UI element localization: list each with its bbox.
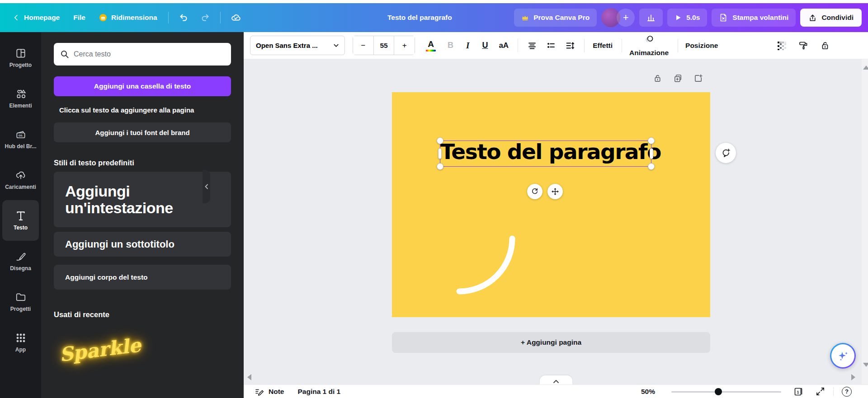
sidebar-item-app[interactable]: App	[0, 322, 41, 363]
scroll-up-arrow[interactable]	[863, 66, 868, 70]
share-upload-icon	[808, 14, 817, 22]
file-menu-button[interactable]: File	[68, 9, 91, 26]
resize-handle-bottom-left[interactable]	[437, 163, 443, 170]
zoom-slider[interactable]	[671, 388, 781, 395]
share-button[interactable]: Condividi	[800, 9, 862, 27]
uploads-icon	[15, 169, 27, 181]
resize-handle-left[interactable]	[438, 148, 442, 159]
flyer-icon	[719, 13, 728, 22]
text-color-label: A	[428, 40, 434, 48]
design-canvas-area[interactable]: Testo del paragrafo + Aggiungi pagina	[244, 59, 868, 384]
sidebar-item-caricamenti[interactable]: Caricamenti	[0, 159, 41, 200]
italic-button[interactable]: I	[466, 41, 469, 51]
scroll-down-arrow[interactable]	[863, 363, 868, 367]
font-size-increase-button[interactable]: +	[394, 36, 415, 55]
brand-fonts-button[interactable]: Aggiungi i tuoi font del brand	[54, 122, 231, 142]
text-align-button[interactable]	[527, 41, 537, 51]
effects-button[interactable]: Effetti	[593, 42, 613, 50]
grid-view-button[interactable]: 1	[793, 386, 804, 397]
add-body-text-card[interactable]: Aggiungi corpo del testo	[54, 265, 231, 290]
add-page-icon-button[interactable]	[693, 74, 703, 84]
sidebar-item-disegna[interactable]: Disegna	[0, 241, 41, 281]
add-subtitle-card[interactable]: Aggiungi un sottotitolo	[54, 232, 231, 257]
try-canva-pro-button[interactable]: Prova Canva Pro	[514, 9, 597, 27]
sidebar-item-label: Disegna	[10, 265, 31, 272]
bulleted-list-button[interactable]	[546, 41, 556, 51]
text-case-button[interactable]: aA	[499, 41, 509, 50]
notes-button[interactable]: Note	[255, 387, 284, 397]
vertical-scrollbar[interactable]	[862, 59, 868, 384]
resize-button[interactable]: Ridimensiona	[94, 9, 163, 26]
search-input[interactable]	[74, 50, 225, 58]
back-homepage-button[interactable]: Homepage	[7, 9, 65, 26]
sidebar-item-progetti[interactable]: Progetti	[0, 281, 41, 322]
sidebar-item-label: Caricamenti	[5, 184, 36, 190]
cloud-save-status-button[interactable]	[226, 8, 246, 27]
resize-handle-top-left[interactable]	[437, 137, 443, 144]
line-spacing-button[interactable]	[565, 41, 575, 51]
selected-text-element[interactable]: Testo del paragrafo	[440, 140, 651, 167]
copy-style-button[interactable]	[798, 41, 808, 51]
sidebar-item-elementi[interactable]: Elementi	[0, 78, 41, 119]
white-arc-stroke[interactable]	[392, 92, 710, 317]
position-button[interactable]: Posizione	[685, 42, 718, 50]
duplicate-page-button[interactable]	[673, 74, 683, 84]
fullscreen-button[interactable]	[816, 387, 825, 396]
add-comment-button[interactable]	[716, 143, 736, 163]
expand-pages-tab[interactable]	[540, 375, 572, 384]
sidebar-item-hub-brand[interactable]: co. Hub del Br...	[0, 119, 41, 159]
move-element-button[interactable]	[547, 184, 563, 199]
rotate-icon	[531, 187, 539, 196]
sidebar-rail: Progetto Elementi co. Hub del Br... Cari…	[0, 32, 41, 398]
resize-handle-right[interactable]	[650, 148, 653, 159]
scroll-right-arrow[interactable]	[851, 374, 855, 380]
document-title[interactable]: Testo del paragrafo	[387, 3, 452, 32]
sidebar-item-label: Progetti	[10, 306, 31, 312]
move-icon	[551, 187, 559, 196]
duplicate-page-icon	[673, 74, 683, 83]
bulleted-list-icon	[546, 41, 556, 51]
paragraph-text[interactable]: Testo del paragrafo	[440, 139, 651, 164]
add-member-button[interactable]: +	[617, 9, 635, 27]
header-divider	[168, 12, 169, 23]
resize-handle-top-right[interactable]	[648, 137, 655, 144]
page-indicator[interactable]: Pagina 1 di 1	[297, 388, 340, 396]
animation-label: Animazione	[629, 49, 669, 57]
add-text-box-button[interactable]: Aggiungi una casella di testo	[54, 76, 231, 96]
sidebar-item-testo[interactable]: Testo	[2, 200, 39, 241]
transparency-button[interactable]	[777, 41, 787, 51]
undo-button[interactable]	[174, 9, 193, 27]
zoom-slider-knob[interactable]	[715, 388, 722, 395]
recent-style-sparkle[interactable]: Sparkle	[58, 334, 142, 366]
present-duration-button[interactable]: 5.0s	[667, 9, 707, 27]
help-button[interactable]: ?	[842, 387, 852, 397]
animation-button[interactable]: Animazione	[629, 34, 669, 57]
font-family-selector[interactable]: Open Sans Extra ...	[250, 36, 345, 55]
statusbar-divider	[833, 387, 834, 396]
rotate-element-button[interactable]	[527, 184, 542, 199]
print-label: Stampa volantini	[732, 14, 788, 22]
underline-button[interactable]: U	[482, 41, 488, 50]
ai-assistant-button[interactable]	[830, 343, 856, 369]
transparency-checkerboard-icon	[777, 41, 787, 51]
zoom-level-value[interactable]: 50%	[641, 388, 655, 396]
text-color-button[interactable]: A	[426, 40, 436, 52]
sidebar-item-progetto[interactable]: Progetto	[0, 37, 41, 78]
design-page[interactable]: Testo del paragrafo	[392, 92, 710, 317]
insights-button[interactable]	[639, 9, 663, 27]
print-flyers-button[interactable]: Stampa volantini	[712, 9, 796, 27]
panel-collapse-button[interactable]	[203, 170, 210, 203]
align-center-icon	[527, 41, 537, 51]
lock-button[interactable]	[820, 41, 830, 51]
add-page-button[interactable]: + Aggiungi pagina	[392, 332, 710, 353]
lock-page-button[interactable]	[653, 74, 662, 84]
scroll-left-arrow[interactable]	[247, 374, 251, 380]
font-size-value[interactable]: 55	[373, 36, 395, 55]
line-spacing-icon	[565, 41, 575, 51]
chevron-up-icon	[553, 379, 559, 384]
page-actions	[653, 74, 703, 84]
resize-handle-bottom-right[interactable]	[648, 163, 655, 170]
redo-button[interactable]	[196, 9, 215, 27]
font-size-decrease-button[interactable]: −	[353, 36, 373, 55]
bold-button[interactable]: B	[448, 41, 453, 50]
